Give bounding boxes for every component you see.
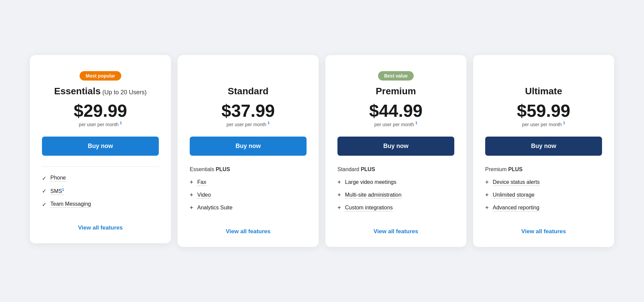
plan-name-ultimate: Ultimate [485,86,602,97]
price-sub-premium: per user per month 1 [337,121,454,127]
pricing-card-premium: Best valuePremium$44.99per user per mont… [325,55,466,247]
plus-icon: + [337,179,341,186]
pricing-card-ultimate: Ultimate$59.99per user per month 1Buy no… [473,55,614,247]
feature-item-ultimate-1: +Unlimited storage [485,192,602,199]
plus-icon: + [190,192,193,199]
view-all-features-ultimate[interactable]: View all features [485,225,602,235]
price-sub-essentials: per user per month 1 [42,121,159,127]
badge-area-essentials: Most popular [42,68,159,83]
feature-text-essentials-2: Team Messaging [50,201,91,208]
badge-area-premium: Best value [337,68,454,83]
badge-area-ultimate [485,68,602,83]
plan-name-essentials: Essentials (Up to 20 Users) [42,86,159,97]
plan-name-premium: Premium [337,86,454,97]
features-list-ultimate: +Device status alerts+Unlimited storage+… [485,179,602,217]
feature-item-premium-2: +Custom integrations [337,205,454,211]
price-sub-ultimate: per user per month 1 [485,121,602,127]
buy-button-essentials[interactable]: Buy now [42,137,159,156]
pricing-grid: Most popularEssentials (Up to 20 Users)$… [20,55,624,247]
feature-item-premium-1: +Multi-site administration [337,192,454,199]
plan-name-standard: Standard [190,86,307,97]
pricing-card-essentials: Most popularEssentials (Up to 20 Users)$… [30,55,171,243]
feature-text-premium-2: Custom integrations [345,205,393,211]
feature-text-standard-0: Fax [197,179,206,186]
check-icon: ✓ [42,175,46,182]
feature-text-ultimate-2: Advanced reporting [493,205,540,211]
features-list-standard: +Fax+Video+Analytics Suite [190,179,307,217]
feature-item-ultimate-0: +Device status alerts [485,179,602,186]
plus-icon: + [337,204,341,211]
check-icon: ✓ [42,201,46,208]
features-list-premium: +Large video meetings+Multi-site adminis… [337,179,454,217]
price-standard: $37.99 [190,102,307,119]
price-premium: $44.99 [337,102,454,119]
feature-text-premium-0: Large video meetings [345,179,397,185]
feature-item-standard-1: +Video [190,192,307,199]
feature-item-essentials-0: ✓Phone [42,175,159,182]
check-icon: ✓ [42,188,46,194]
feature-text-essentials-1: SMS1 [50,188,64,195]
plus-icon: + [485,179,489,186]
feature-text-essentials-0: Phone [50,175,66,182]
price-essentials: $29.99 [42,102,159,119]
divider-essentials [42,166,159,167]
view-all-features-premium[interactable]: View all features [337,225,454,235]
feature-text-standard-1: Video [197,192,211,199]
plus-icon: + [190,179,193,186]
feature-item-essentials-2: ✓Team Messaging [42,201,159,208]
badge-essentials: Most popular [80,71,121,81]
feature-item-standard-0: +Fax [190,179,307,186]
plus-label-standard: Essentials PLUS [190,166,307,172]
pricing-card-standard: Standard$37.99per user per month 1Buy no… [178,55,319,247]
features-list-essentials: ✓Phone✓SMS1✓Team Messaging [42,175,159,214]
view-all-features-essentials[interactable]: View all features [42,222,159,231]
badge-area-standard [190,68,307,83]
feature-text-premium-1: Multi-site administration [345,192,402,199]
plus-label-ultimate: Premium PLUS [485,166,602,172]
feature-item-standard-2: +Analytics Suite [190,205,307,211]
badge-premium: Best value [378,71,414,81]
feature-text-standard-2: Analytics Suite [197,205,233,211]
feature-item-premium-0: +Large video meetings [337,179,454,186]
plus-icon: + [337,192,341,199]
plus-icon: + [190,204,193,211]
plus-label-premium: Standard PLUS [337,166,454,172]
buy-button-premium[interactable]: Buy now [337,137,454,156]
price-ultimate: $59.99 [485,102,602,119]
feature-item-ultimate-2: +Advanced reporting [485,205,602,211]
price-sub-standard: per user per month 1 [190,121,307,127]
buy-button-standard[interactable]: Buy now [190,137,307,156]
view-all-features-standard[interactable]: View all features [190,225,307,235]
feature-item-essentials-1: ✓SMS1 [42,188,159,195]
buy-button-ultimate[interactable]: Buy now [485,137,602,156]
plus-icon: + [485,204,489,211]
feature-text-ultimate-0: Device status alerts [493,179,540,186]
feature-text-ultimate-1: Unlimited storage [493,192,535,199]
plus-icon: + [485,192,489,199]
